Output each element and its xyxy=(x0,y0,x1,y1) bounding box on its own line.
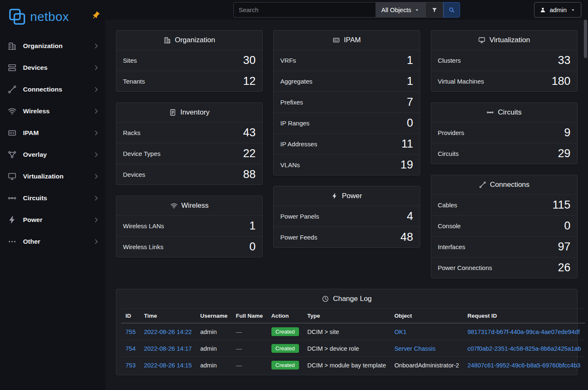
stat-value[interactable]: 19 xyxy=(401,158,413,171)
sidebar-item-label: Devices xyxy=(23,64,87,71)
vertical-scrollbar[interactable] xyxy=(584,20,587,58)
stat-value[interactable]: 29 xyxy=(558,147,570,160)
stat-label: Aggregates xyxy=(280,78,312,85)
object-type-label: All Objects xyxy=(381,6,412,13)
stat-row: Wireless LANs 1 xyxy=(116,215,262,236)
sidebar-item-other[interactable]: Other xyxy=(0,231,105,252)
chevron-right-icon xyxy=(93,43,100,49)
stat-label: Power Connections xyxy=(438,264,492,271)
logo[interactable]: netbox xyxy=(0,0,105,33)
chevron-right-icon xyxy=(93,238,100,245)
change-time-link[interactable]: 2022-08-26 14:17 xyxy=(144,345,192,352)
stat-row: Wireless Links 0 xyxy=(116,236,262,257)
sidebar-item-ipam[interactable]: IPAM xyxy=(0,122,105,144)
sidebar-item-power[interactable]: Power xyxy=(0,209,105,231)
stat-value[interactable]: 48 xyxy=(401,231,413,244)
caret-down-icon xyxy=(414,7,420,13)
stat-row: VLANs 19 xyxy=(274,154,419,175)
stat-row: Cables 115 xyxy=(431,194,577,215)
stat-value[interactable]: 180 xyxy=(552,75,570,88)
stat-value[interactable]: 9 xyxy=(564,126,570,139)
stat-value[interactable]: 43 xyxy=(243,126,256,139)
request-id-link[interactable]: 9817317d-b67f-440a-99ca-4ae07ede94df xyxy=(468,329,580,335)
chevron-right-icon xyxy=(93,217,100,223)
sidebar-item-virtualization[interactable]: Virtualization xyxy=(0,166,105,187)
caret-down-icon xyxy=(570,7,576,13)
sidebar-item-overlay[interactable]: Overlay xyxy=(0,144,105,166)
stat-value[interactable]: 115 xyxy=(552,199,570,212)
change-id-link[interactable]: 755 xyxy=(125,329,135,335)
lightning-icon xyxy=(8,215,17,224)
chevron-right-icon xyxy=(93,130,100,136)
action-badge: Created xyxy=(271,327,299,336)
filter-button[interactable] xyxy=(426,2,443,18)
sidebar-item-label: IPAM xyxy=(23,129,87,137)
card-title: Virtualization xyxy=(489,36,530,44)
change-time-link[interactable]: 2022-08-26 14:22 xyxy=(144,329,192,335)
sidebar-item-wireless[interactable]: Wireless xyxy=(0,100,105,122)
change-time-link[interactable]: 2022-08-26 14:15 xyxy=(144,362,192,369)
card-inventory: Inventory Racks 43 Device Types 22 Devic… xyxy=(116,102,263,185)
card-title: Wireless xyxy=(182,201,209,210)
stat-value[interactable]: 0 xyxy=(249,240,256,253)
sidebar-pin-icon[interactable] xyxy=(91,11,100,20)
stat-row: Console 0 xyxy=(431,215,577,236)
stat-value[interactable]: 7 xyxy=(407,96,413,109)
stat-row: Virtual Machines 180 xyxy=(431,71,577,92)
change-id-link[interactable]: 753 xyxy=(125,362,135,369)
graph-icon xyxy=(8,150,17,159)
stat-label: Devices xyxy=(123,171,145,178)
card-header: Wireless xyxy=(116,196,262,215)
search-button[interactable] xyxy=(443,2,460,18)
stat-value[interactable]: 0 xyxy=(564,219,570,232)
stat-row: Circuits 29 xyxy=(431,143,577,164)
stat-label: Tenants xyxy=(123,78,145,85)
stat-value[interactable]: 22 xyxy=(243,147,256,160)
stat-value[interactable]: 0 xyxy=(407,117,413,130)
column-header-fullname: Full Name xyxy=(232,309,267,324)
stat-value[interactable]: 97 xyxy=(558,240,570,253)
request-id-link[interactable]: 24807c61-9952-49c6-b8a5-69760bfcc4b3 xyxy=(468,362,580,369)
user-menu-button[interactable]: admin xyxy=(534,2,581,18)
stat-label: Racks xyxy=(123,129,141,136)
stat-value[interactable]: 1 xyxy=(407,54,413,67)
stat-value[interactable]: 1 xyxy=(249,219,256,232)
sidebar-item-devices[interactable]: Devices xyxy=(0,57,105,79)
card-virtualization: Virtualization Clusters 33 Virtual Machi… xyxy=(431,30,578,92)
transit-icon xyxy=(8,194,17,203)
stat-value[interactable]: 30 xyxy=(243,54,256,67)
column-header-type: Type xyxy=(303,309,390,324)
global-search: All Objects xyxy=(233,2,460,18)
stat-value[interactable]: 1 xyxy=(407,75,413,88)
sidebar-item-connections[interactable]: Connections xyxy=(0,79,105,100)
changelog-row: 754 2022-08-26 14:17 admin — Created DCI… xyxy=(121,340,585,357)
search-input[interactable] xyxy=(233,2,376,18)
stat-value[interactable]: 12 xyxy=(243,75,256,88)
building-icon xyxy=(164,36,171,44)
stat-label: Circuits xyxy=(438,150,459,157)
chevron-right-icon xyxy=(93,64,100,71)
stat-value[interactable]: 26 xyxy=(558,261,570,274)
stat-row: Clusters 33 xyxy=(431,50,577,71)
object-link[interactable]: OK1 xyxy=(394,329,406,335)
action-badge: Created xyxy=(271,361,299,370)
funnel-icon xyxy=(431,7,438,13)
object-type-dropdown[interactable]: All Objects xyxy=(376,2,426,18)
cell-type: DCIM > site xyxy=(303,323,390,340)
request-id-link[interactable]: c07f0ab2-2351-4c58-825a-8b6a2425a1ab xyxy=(468,345,581,352)
stat-value[interactable]: 33 xyxy=(558,54,570,67)
column-header-object: Object xyxy=(390,309,463,324)
stat-label: Power Panels xyxy=(280,213,319,220)
card-title: IPAM xyxy=(344,36,360,44)
card-title: Inventory xyxy=(180,108,210,117)
stat-value[interactable]: 4 xyxy=(407,210,413,223)
dots-icon xyxy=(8,237,17,246)
stat-value[interactable]: 11 xyxy=(401,138,413,150)
object-link[interactable]: Server Chassis xyxy=(394,345,435,352)
sidebar-item-organization[interactable]: Organization xyxy=(0,35,105,57)
stat-row: Interfaces 97 xyxy=(431,236,577,257)
sidebar-item-circuits[interactable]: Circuits xyxy=(0,187,105,209)
stat-value[interactable]: 88 xyxy=(243,168,256,181)
change-id-link[interactable]: 754 xyxy=(125,345,135,352)
cell-full-name: — xyxy=(232,323,267,340)
